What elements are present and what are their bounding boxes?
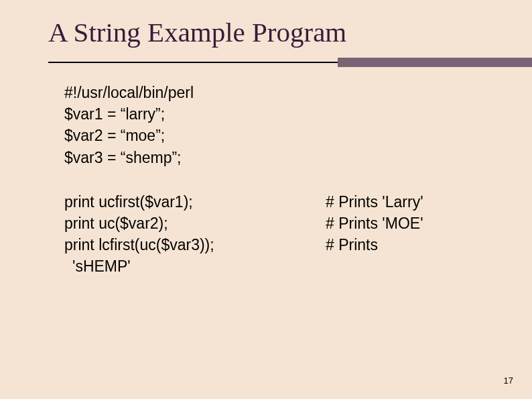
code-line: print uc($var2); bbox=[64, 213, 326, 234]
code-line: $var1 = “larry”; bbox=[64, 103, 492, 125]
code-block-initialization: #!/usr/local/bin/perl $var1 = “larry”; $… bbox=[48, 82, 492, 168]
code-line: print lcfirst(uc($var3)); bbox=[64, 234, 326, 255]
title-separator bbox=[48, 56, 492, 70]
code-line: #!/usr/local/bin/perl bbox=[64, 82, 492, 103]
slide-content: #!/usr/local/bin/perl $var1 = “larry”; $… bbox=[48, 82, 492, 278]
code-comment: # Prints 'MOE' bbox=[326, 213, 492, 234]
code-line-continuation: 'sHEMP' bbox=[64, 255, 326, 277]
code-comment: # Prints bbox=[326, 234, 492, 255]
code-line: $var3 = “shemp”; bbox=[64, 147, 492, 168]
separator-accent-bar bbox=[338, 58, 532, 67]
code-line: $var2 = “moe”; bbox=[64, 125, 492, 146]
code-block-prints: print ucfirst($var1); # Prints 'Larry' p… bbox=[48, 191, 492, 278]
slide: A String Example Program #!/usr/local/bi… bbox=[0, 0, 532, 399]
slide-title: A String Example Program bbox=[48, 16, 492, 48]
code-comment: # Prints 'Larry' bbox=[326, 191, 492, 213]
page-number: 17 bbox=[504, 376, 513, 386]
code-line: print ucfirst($var1); bbox=[64, 191, 326, 213]
